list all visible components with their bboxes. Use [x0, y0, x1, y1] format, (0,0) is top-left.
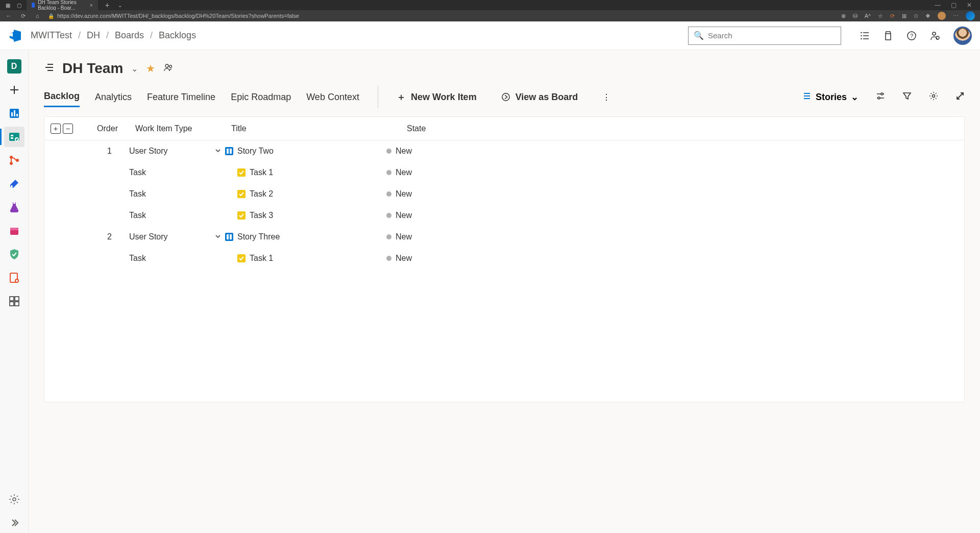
- more-actions-icon[interactable]: ⋮: [602, 92, 610, 102]
- refresh-button[interactable]: ⟳: [19, 13, 27, 19]
- extension-icon[interactable]: ❖: [925, 13, 930, 19]
- col-header-type[interactable]: Work Item Type: [135, 124, 217, 133]
- shopping-icon[interactable]: ⛁: [853, 13, 857, 19]
- collections-icon[interactable]: ⊞: [902, 13, 906, 19]
- nav-repos[interactable]: [4, 150, 24, 171]
- team-picker-chevron-icon[interactable]: ⌄: [131, 64, 138, 74]
- backlog-row[interactable]: 1User StoryStory TwoNew: [44, 140, 964, 162]
- user-avatar[interactable]: [953, 27, 972, 45]
- user-story-icon: [225, 147, 233, 155]
- nav-overview[interactable]: [4, 103, 24, 124]
- state-dot-icon: [386, 234, 391, 239]
- breadcrumb-page[interactable]: Backlogs: [159, 30, 196, 41]
- maximize-window-icon[interactable]: ▢: [951, 2, 957, 9]
- backlog-row[interactable]: TaskTask 2New: [44, 183, 964, 205]
- tab-web-context[interactable]: Web Context: [306, 88, 359, 107]
- svg-point-26: [165, 64, 168, 67]
- azure-devops-logo-icon[interactable]: [8, 28, 24, 44]
- state-dot-icon: [386, 213, 391, 218]
- cell-title[interactable]: Task 2: [225, 189, 359, 199]
- nav-settings[interactable]: [4, 489, 24, 510]
- marketplace-icon[interactable]: [883, 31, 893, 41]
- cell-type: Task: [129, 211, 211, 220]
- nav-artifacts[interactable]: [4, 221, 24, 241]
- breadcrumb-org[interactable]: MWITTest: [31, 30, 72, 41]
- nav-pipelines[interactable]: [4, 174, 24, 194]
- toggle-side-panel-icon[interactable]: [44, 62, 54, 75]
- tab-backlog[interactable]: Backlog: [44, 87, 80, 107]
- backlog-row[interactable]: TaskTask 1New: [44, 248, 964, 269]
- text-size-icon[interactable]: Aᴬ: [865, 13, 871, 19]
- nav-compliance[interactable]: [4, 244, 24, 264]
- cell-title[interactable]: Task 1: [225, 254, 359, 263]
- tab-epic-roadmap[interactable]: Epic Roadmap: [231, 88, 291, 107]
- collapse-all-button[interactable]: −: [63, 124, 73, 134]
- user-settings-icon[interactable]: [930, 31, 940, 41]
- close-tab-icon[interactable]: ×: [90, 2, 93, 8]
- task-icon: [237, 190, 246, 198]
- minimize-window-icon[interactable]: ―: [935, 2, 941, 9]
- tab-feature-timeline[interactable]: Feature Timeline: [147, 88, 215, 107]
- address-bar[interactable]: 🔒 https://dev.azure.com/MWITTest/DH/_bac…: [48, 13, 834, 19]
- expand-chevron-icon[interactable]: [211, 147, 225, 155]
- search-input[interactable]: [708, 31, 836, 40]
- expand-all-button[interactable]: +: [51, 124, 61, 134]
- bing-icon[interactable]: [966, 11, 975, 20]
- cell-title[interactable]: Task 1: [225, 168, 359, 177]
- svg-rect-6: [14, 110, 15, 116]
- help-icon[interactable]: ?: [906, 31, 917, 41]
- team-name: DH Team: [62, 60, 123, 77]
- new-tab-button[interactable]: +: [102, 1, 112, 9]
- breadcrumb-area[interactable]: Boards: [115, 30, 144, 41]
- col-header-title[interactable]: Title: [231, 124, 379, 133]
- svg-rect-23: [10, 302, 14, 306]
- col-header-order[interactable]: Order: [79, 124, 135, 133]
- col-header-state[interactable]: State: [400, 124, 481, 133]
- sidebar-toggle-icon[interactable]: ▢: [15, 2, 22, 9]
- svg-rect-7: [16, 114, 18, 116]
- cell-type: Task: [129, 254, 211, 263]
- task-icon: [237, 168, 246, 177]
- fullscreen-icon[interactable]: [955, 91, 965, 103]
- team-members-icon[interactable]: [163, 62, 174, 75]
- sync-icon[interactable]: ⟳: [890, 13, 895, 19]
- home-button[interactable]: ⌂: [34, 13, 41, 19]
- svg-point-31: [933, 94, 935, 97]
- backlog-level-dropdown[interactable]: Stories ⌄: [802, 91, 859, 103]
- back-button[interactable]: ←: [5, 13, 12, 19]
- favorite-star-icon[interactable]: ★: [146, 62, 155, 75]
- view-as-board-button[interactable]: View as Board: [501, 92, 578, 103]
- lock-icon: 🔒: [48, 13, 54, 19]
- project-tile[interactable]: D: [4, 56, 24, 77]
- column-options-icon[interactable]: [876, 91, 885, 103]
- state-dot-icon: [386, 170, 391, 175]
- zoom-icon[interactable]: ⊕: [841, 13, 846, 19]
- profile-avatar-icon[interactable]: [938, 12, 946, 20]
- tab-dropdown-icon[interactable]: ⌄: [116, 2, 124, 9]
- nav-boards[interactable]: [4, 127, 24, 147]
- new-item-button[interactable]: [4, 80, 24, 100]
- backlog-row[interactable]: TaskTask 3New: [44, 205, 964, 226]
- cell-title[interactable]: Story Two: [225, 147, 359, 156]
- new-work-item-button[interactable]: ＋ New Work Item: [397, 92, 477, 103]
- expand-chevron-icon[interactable]: [211, 233, 225, 241]
- work-items-icon[interactable]: [860, 31, 870, 41]
- cell-title[interactable]: Story Three: [225, 232, 359, 241]
- settings-icon[interactable]: [929, 91, 938, 103]
- filter-icon[interactable]: [902, 91, 912, 103]
- nav-expand[interactable]: [4, 513, 24, 533]
- close-window-icon[interactable]: ✕: [967, 2, 972, 9]
- backlog-row[interactable]: TaskTask 1New: [44, 162, 964, 183]
- nav-dashboards[interactable]: [4, 291, 24, 311]
- nav-wiki[interactable]: [4, 268, 24, 288]
- cell-title[interactable]: Task 3: [225, 211, 359, 220]
- nav-test-plans[interactable]: [4, 197, 24, 217]
- tab-analytics[interactable]: Analytics: [95, 88, 132, 107]
- favorite-icon[interactable]: ☆: [878, 13, 883, 19]
- favorites-bar-icon[interactable]: ✩: [914, 13, 918, 19]
- more-icon[interactable]: ⋯: [953, 13, 959, 19]
- breadcrumb-project[interactable]: DH: [87, 30, 100, 41]
- tab-manager-icon[interactable]: ▦: [4, 2, 11, 9]
- search-box[interactable]: 🔍: [688, 27, 841, 45]
- backlog-row[interactable]: 2User StoryStory ThreeNew: [44, 226, 964, 248]
